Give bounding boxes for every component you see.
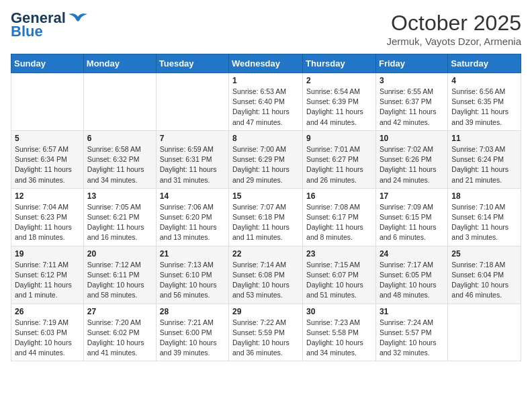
day-number: 16 <box>306 191 372 201</box>
calendar-cell: 17Sunrise: 7:09 AM Sunset: 6:15 PM Dayli… <box>375 188 447 246</box>
day-info: Sunrise: 7:02 AM Sunset: 6:26 PM Dayligh… <box>380 144 444 185</box>
calendar-cell: 3Sunrise: 6:55 AM Sunset: 6:37 PM Daylig… <box>375 73 447 131</box>
day-number: 13 <box>87 191 152 201</box>
day-info: Sunrise: 7:15 AM Sunset: 6:07 PM Dayligh… <box>306 260 372 301</box>
day-info: Sunrise: 7:05 AM Sunset: 6:21 PM Dayligh… <box>87 202 152 243</box>
day-number: 28 <box>160 307 225 316</box>
day-number: 20 <box>87 249 152 259</box>
calendar-cell: 8Sunrise: 7:00 AM Sunset: 6:29 PM Daylig… <box>229 130 303 188</box>
day-info: Sunrise: 6:57 AM Sunset: 6:34 PM Dayligh… <box>15 144 80 185</box>
calendar-title-block: October 2025 Jermuk, Vayots Dzor, Armeni… <box>386 11 521 47</box>
calendar-header-wednesday: Wednesday <box>229 54 303 73</box>
day-info: Sunrise: 7:04 AM Sunset: 6:23 PM Dayligh… <box>15 202 80 243</box>
calendar-cell: 16Sunrise: 7:08 AM Sunset: 6:17 PM Dayli… <box>303 188 376 246</box>
day-info: Sunrise: 6:59 AM Sunset: 6:31 PM Dayligh… <box>160 144 225 185</box>
calendar-cell <box>448 304 521 361</box>
day-info: Sunrise: 7:20 AM Sunset: 6:02 PM Dayligh… <box>87 318 152 359</box>
calendar-cell: 2Sunrise: 6:54 AM Sunset: 6:39 PM Daylig… <box>303 73 376 131</box>
page-header: General Blue October 2025 Jermuk, Vayots… <box>11 11 521 47</box>
calendar-cell <box>11 73 84 131</box>
calendar-cell: 18Sunrise: 7:10 AM Sunset: 6:14 PM Dayli… <box>448 188 521 246</box>
day-number: 22 <box>232 249 299 259</box>
day-info: Sunrise: 6:53 AM Sunset: 6:40 PM Dayligh… <box>232 87 299 128</box>
logo: General Blue <box>11 11 87 39</box>
calendar-header-row: SundayMondayTuesdayWednesdayThursdayFrid… <box>11 54 521 73</box>
day-info: Sunrise: 7:10 AM Sunset: 6:14 PM Dayligh… <box>451 202 517 243</box>
day-number: 26 <box>15 307 80 316</box>
day-number: 6 <box>87 134 152 143</box>
calendar-header-monday: Monday <box>83 54 156 73</box>
calendar-cell: 10Sunrise: 7:02 AM Sunset: 6:26 PM Dayli… <box>375 130 447 188</box>
logo-bird-icon <box>69 11 87 25</box>
calendar-week-row: 26Sunrise: 7:19 AM Sunset: 6:03 PM Dayli… <box>11 304 521 361</box>
day-number: 27 <box>87 307 152 316</box>
calendar-cell: 29Sunrise: 7:22 AM Sunset: 5:59 PM Dayli… <box>229 304 303 361</box>
day-number: 19 <box>15 249 80 259</box>
calendar-cell: 26Sunrise: 7:19 AM Sunset: 6:03 PM Dayli… <box>11 304 84 361</box>
calendar-cell: 15Sunrise: 7:07 AM Sunset: 6:18 PM Dayli… <box>229 188 303 246</box>
day-number: 12 <box>15 191 80 201</box>
calendar-cell: 13Sunrise: 7:05 AM Sunset: 6:21 PM Dayli… <box>83 188 156 246</box>
day-number: 17 <box>380 191 444 201</box>
day-info: Sunrise: 7:13 AM Sunset: 6:10 PM Dayligh… <box>160 260 225 301</box>
calendar-cell: 28Sunrise: 7:21 AM Sunset: 6:00 PM Dayli… <box>156 304 228 361</box>
day-info: Sunrise: 7:12 AM Sunset: 6:11 PM Dayligh… <box>87 260 152 301</box>
calendar-cell: 25Sunrise: 7:18 AM Sunset: 6:04 PM Dayli… <box>448 246 521 304</box>
day-info: Sunrise: 7:18 AM Sunset: 6:04 PM Dayligh… <box>451 260 517 301</box>
day-info: Sunrise: 7:03 AM Sunset: 6:24 PM Dayligh… <box>451 144 517 185</box>
day-info: Sunrise: 7:00 AM Sunset: 6:29 PM Dayligh… <box>232 144 299 185</box>
day-number: 31 <box>380 307 444 316</box>
calendar-cell <box>156 73 228 131</box>
calendar-header-tuesday: Tuesday <box>156 54 228 73</box>
calendar-header-sunday: Sunday <box>11 54 84 73</box>
day-number: 1 <box>232 76 299 85</box>
calendar-week-row: 1Sunrise: 6:53 AM Sunset: 6:40 PM Daylig… <box>11 73 521 131</box>
day-number: 9 <box>306 134 372 143</box>
calendar-week-row: 19Sunrise: 7:11 AM Sunset: 6:12 PM Dayli… <box>11 246 521 304</box>
day-number: 8 <box>232 134 299 143</box>
day-info: Sunrise: 6:55 AM Sunset: 6:37 PM Dayligh… <box>380 87 444 128</box>
day-number: 10 <box>380 134 444 143</box>
day-number: 24 <box>380 249 444 259</box>
calendar-cell: 30Sunrise: 7:23 AM Sunset: 5:58 PM Dayli… <box>303 304 376 361</box>
day-info: Sunrise: 7:07 AM Sunset: 6:18 PM Dayligh… <box>232 202 299 243</box>
calendar-cell: 19Sunrise: 7:11 AM Sunset: 6:12 PM Dayli… <box>11 246 84 304</box>
calendar-cell: 7Sunrise: 6:59 AM Sunset: 6:31 PM Daylig… <box>156 130 228 188</box>
day-info: Sunrise: 7:21 AM Sunset: 6:00 PM Dayligh… <box>160 318 225 359</box>
day-info: Sunrise: 7:11 AM Sunset: 6:12 PM Dayligh… <box>15 260 80 301</box>
calendar-cell: 23Sunrise: 7:15 AM Sunset: 6:07 PM Dayli… <box>303 246 376 304</box>
calendar-cell: 20Sunrise: 7:12 AM Sunset: 6:11 PM Dayli… <box>83 246 156 304</box>
calendar-cell: 9Sunrise: 7:01 AM Sunset: 6:27 PM Daylig… <box>303 130 376 188</box>
day-info: Sunrise: 7:06 AM Sunset: 6:20 PM Dayligh… <box>160 202 225 243</box>
calendar-header-saturday: Saturday <box>448 54 521 73</box>
calendar-cell <box>83 73 156 131</box>
day-number: 29 <box>232 307 299 316</box>
day-info: Sunrise: 6:58 AM Sunset: 6:32 PM Dayligh… <box>87 144 152 185</box>
calendar-cell: 27Sunrise: 7:20 AM Sunset: 6:02 PM Dayli… <box>83 304 156 361</box>
day-number: 15 <box>232 191 299 201</box>
day-number: 3 <box>380 76 444 85</box>
day-info: Sunrise: 7:14 AM Sunset: 6:08 PM Dayligh… <box>232 260 299 301</box>
day-number: 30 <box>306 307 372 316</box>
day-number: 7 <box>160 134 225 143</box>
day-number: 4 <box>451 76 517 85</box>
day-number: 18 <box>451 191 517 201</box>
day-number: 2 <box>306 76 372 85</box>
day-info: Sunrise: 7:01 AM Sunset: 6:27 PM Dayligh… <box>306 144 372 185</box>
day-info: Sunrise: 7:23 AM Sunset: 5:58 PM Dayligh… <box>306 318 372 359</box>
calendar-week-row: 12Sunrise: 7:04 AM Sunset: 6:23 PM Dayli… <box>11 188 521 246</box>
day-info: Sunrise: 7:19 AM Sunset: 6:03 PM Dayligh… <box>15 318 80 359</box>
day-number: 11 <box>451 134 517 143</box>
calendar-cell: 5Sunrise: 6:57 AM Sunset: 6:34 PM Daylig… <box>11 130 84 188</box>
calendar-cell: 6Sunrise: 6:58 AM Sunset: 6:32 PM Daylig… <box>83 130 156 188</box>
day-info: Sunrise: 6:56 AM Sunset: 6:35 PM Dayligh… <box>451 87 517 128</box>
logo-blue-text: Blue <box>11 24 43 39</box>
calendar-cell: 24Sunrise: 7:17 AM Sunset: 6:05 PM Dayli… <box>375 246 447 304</box>
calendar-cell: 22Sunrise: 7:14 AM Sunset: 6:08 PM Dayli… <box>229 246 303 304</box>
calendar-week-row: 5Sunrise: 6:57 AM Sunset: 6:34 PM Daylig… <box>11 130 521 188</box>
day-number: 23 <box>306 249 372 259</box>
calendar-cell: 12Sunrise: 7:04 AM Sunset: 6:23 PM Dayli… <box>11 188 84 246</box>
day-info: Sunrise: 7:17 AM Sunset: 6:05 PM Dayligh… <box>380 260 444 301</box>
calendar-cell: 11Sunrise: 7:03 AM Sunset: 6:24 PM Dayli… <box>448 130 521 188</box>
calendar-table: SundayMondayTuesdayWednesdayThursdayFrid… <box>11 54 521 361</box>
